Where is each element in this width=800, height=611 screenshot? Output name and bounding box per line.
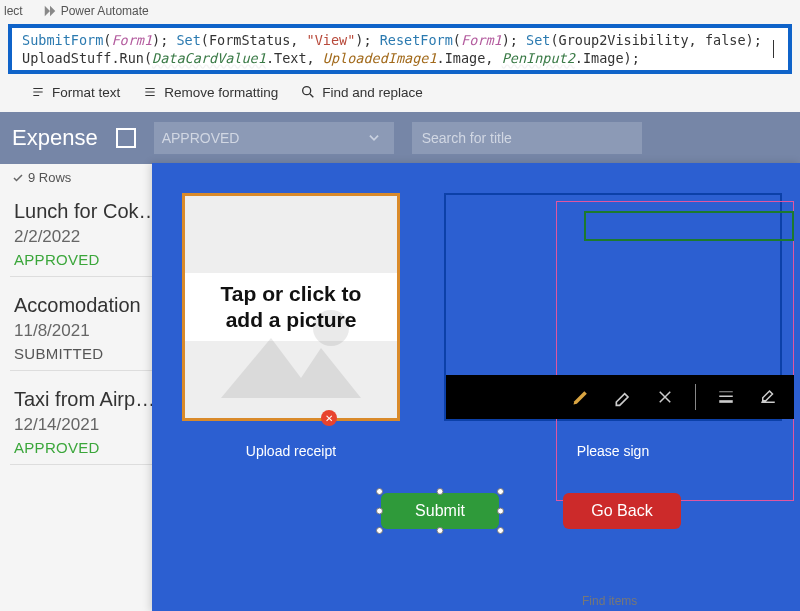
format-text-button[interactable]: Format text — [30, 85, 120, 100]
svg-point-2 — [313, 310, 349, 346]
app-header: Expense APPROVED Search for title — [0, 112, 800, 164]
peninput-toolbar — [446, 375, 794, 419]
check-icon — [12, 172, 24, 184]
separator — [695, 384, 696, 410]
remove-format-icon — [142, 85, 158, 99]
page-title: Expense — [12, 125, 98, 151]
flow-icon — [43, 4, 57, 18]
selection-outline — [556, 201, 794, 501]
svg-point-0 — [303, 87, 311, 95]
search-icon — [300, 84, 316, 100]
status-dropdown[interactable]: APPROVED — [154, 122, 394, 154]
formula-text[interactable]: SubmitForm(Form1); Set(FormStatus, "View… — [22, 31, 762, 67]
clear-icon[interactable] — [653, 385, 677, 409]
error-badge-icon[interactable]: ✕ — [321, 410, 337, 426]
upload-popup: Tap or click toadd a picture ✕ Upload re… — [152, 163, 800, 611]
menu-item-power-automate[interactable]: Power Automate — [43, 4, 149, 18]
picture-placeholder-icon — [185, 196, 397, 418]
add-picture-control[interactable]: Tap or click toadd a picture ✕ — [182, 193, 400, 421]
text-cursor — [773, 40, 774, 58]
remove-formatting-button[interactable]: Remove formatting — [142, 85, 278, 100]
formula-bar[interactable]: SubmitForm(Form1); Set(FormStatus, "View… — [8, 24, 792, 74]
go-back-button[interactable]: Go Back — [563, 493, 681, 529]
menu-item-select[interactable]: lect — [4, 4, 23, 18]
svg-marker-1 — [221, 338, 361, 398]
submit-button[interactable]: Submit — [381, 493, 499, 529]
signature-icon[interactable] — [756, 385, 780, 409]
pen-input[interactable] — [444, 193, 782, 421]
filter-checkbox[interactable] — [116, 128, 136, 148]
app-canvas: Expense APPROVED Search for title 9 Rows… — [0, 112, 800, 611]
format-icon — [30, 85, 46, 99]
upload-receipt-label: Upload receipt — [246, 443, 336, 459]
line-weight-icon[interactable] — [714, 385, 738, 409]
formula-toolbar: Format text Remove formatting Find and r… — [0, 76, 800, 112]
eraser-icon[interactable] — [611, 385, 635, 409]
top-menu-strip: lect Power Automate — [0, 0, 800, 22]
chevron-down-icon — [362, 126, 386, 150]
signature-field-outline[interactable] — [584, 211, 794, 241]
search-input[interactable]: Search for title — [412, 122, 642, 154]
pen-icon[interactable] — [569, 385, 593, 409]
find-replace-button[interactable]: Find and replace — [300, 84, 423, 100]
find-items-label: Find items — [582, 594, 637, 608]
